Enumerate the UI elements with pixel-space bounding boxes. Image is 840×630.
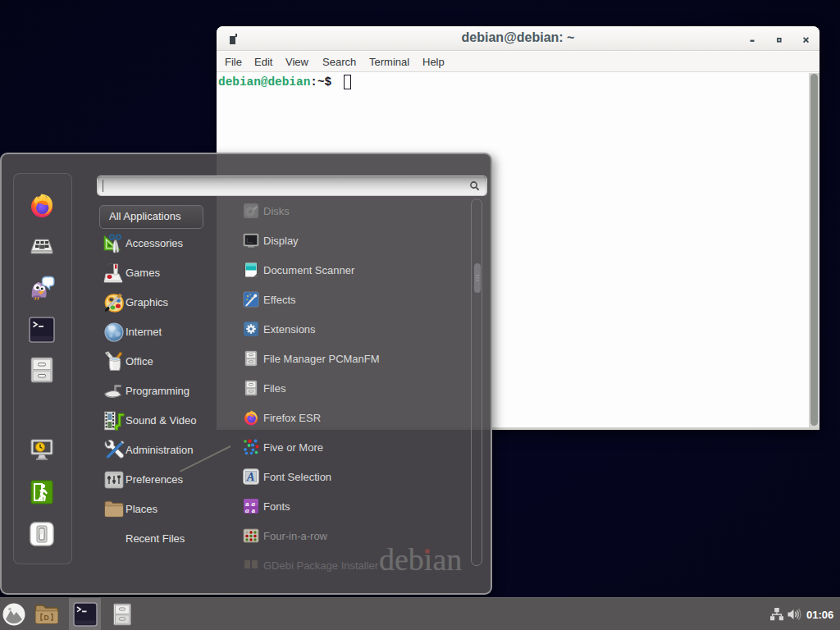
svg-text:a: a xyxy=(245,506,249,514)
svg-text:a: a xyxy=(252,506,256,514)
svg-text:D: D xyxy=(44,614,49,622)
svg-text:A: A xyxy=(246,471,254,483)
